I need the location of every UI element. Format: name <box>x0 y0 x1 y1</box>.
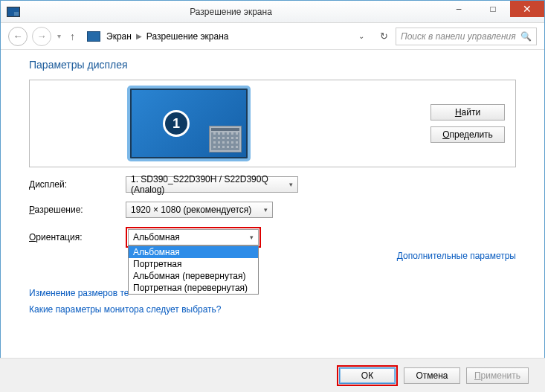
resolution-label: Разрешение: <box>29 205 126 215</box>
content-area: Параметры дисплея 1 Найти Определить Дис… <box>1 50 544 315</box>
chevron-down-icon: ▾ <box>264 206 268 213</box>
orientation-dropdown: Альбомная Портретная Альбомная (переверн… <box>128 245 259 295</box>
orientation-option-portrait-flipped[interactable]: Портретная (перевернутая) <box>129 282 258 294</box>
apply-button: Применить <box>466 367 529 384</box>
search-placeholder: Поиск в панели управления <box>401 31 516 42</box>
monitor-number: 1 <box>163 110 190 137</box>
page-heading: Параметры дисплея <box>29 59 516 71</box>
which-monitor-link[interactable]: Какие параметры монитора следует выбрать… <box>29 304 516 315</box>
maximize-button[interactable]: □ <box>476 1 510 17</box>
orientation-value: Альбомная <box>133 232 180 242</box>
app-icon <box>7 7 20 17</box>
chevron-right-icon: ▶ <box>135 32 143 40</box>
monitor-preview[interactable]: 1 <box>129 88 248 159</box>
history-dropdown-icon[interactable]: ▾ <box>57 32 61 40</box>
advanced-settings-link[interactable]: Дополнительные параметры <box>397 251 516 261</box>
resolution-combo[interactable]: 1920 × 1080 (рекомендуется) ▾ <box>126 202 273 218</box>
close-button[interactable]: ✕ <box>510 1 544 17</box>
ok-button[interactable]: ОК <box>339 367 396 384</box>
resize-text-link[interactable]: Изменение размеров те <box>29 288 516 298</box>
titlebar: Разрешение экрана – □ ✕ <box>1 1 544 23</box>
display-icon <box>87 31 100 42</box>
orientation-option-portrait[interactable]: Портретная <box>129 258 258 270</box>
chevron-down-icon: ▾ <box>250 234 254 241</box>
orientation-option-landscape-flipped[interactable]: Альбомная (перевернутая) <box>129 270 258 282</box>
find-button[interactable]: Найти <box>430 104 505 121</box>
display-preview-box: 1 Найти Определить <box>29 80 516 167</box>
display-combo[interactable]: 1. SD390_S22D390H / S22D390Q (Analog) ▾ <box>126 176 298 193</box>
chevron-down-icon: ▾ <box>289 181 293 188</box>
display-label: Дисплей: <box>29 179 126 190</box>
display-value: 1. SD390_S22D390H / S22D390Q (Analog) <box>131 174 289 195</box>
cancel-button[interactable]: Отмена <box>404 367 460 384</box>
chevron-down-icon[interactable]: ⌄ <box>358 32 369 40</box>
back-button[interactable]: ← <box>8 27 28 46</box>
search-input[interactable]: Поиск в панели управления 🔍 <box>396 28 537 45</box>
minimize-button[interactable]: – <box>442 1 476 17</box>
window-title: Разрешение экрана <box>20 7 442 17</box>
up-button[interactable]: ↑ <box>70 30 75 42</box>
ok-highlight: ОК <box>337 365 398 386</box>
taskbar-icon <box>209 126 242 152</box>
footer: ОК Отмена Применить <box>0 358 545 392</box>
breadcrumb-current[interactable]: Разрешение экрана <box>143 31 232 42</box>
breadcrumb[interactable]: Экран ▶ Разрешение экрана ⌄ <box>84 28 372 45</box>
identify-button[interactable]: Определить <box>430 126 505 143</box>
orientation-option-landscape[interactable]: Альбомная <box>129 246 258 258</box>
orientation-combo[interactable]: Альбомная ▾ <box>128 229 259 245</box>
breadcrumb-root[interactable]: Экран <box>103 31 135 42</box>
nav-toolbar: ← → ▾ ↑ Экран ▶ Разрешение экрана ⌄ ↻ По… <box>1 23 544 50</box>
forward-button[interactable]: → <box>32 27 51 46</box>
orientation-highlight: Альбомная ▾ Альбомная Портретная Альбомн… <box>126 227 261 248</box>
search-icon[interactable]: 🔍 <box>520 31 532 42</box>
refresh-button[interactable]: ↻ <box>376 30 391 42</box>
orientation-label: Ориентация: <box>29 232 126 242</box>
resolution-value: 1920 × 1080 (рекомендуется) <box>131 205 251 215</box>
